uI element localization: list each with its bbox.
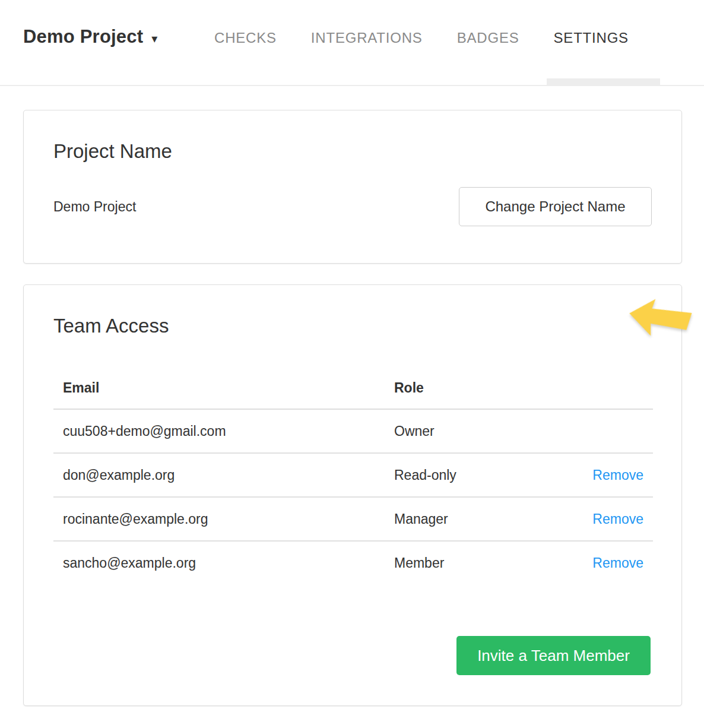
team-access-card: Team Access Email Role cuu508+demo@gmail… xyxy=(23,284,682,706)
remove-member-link[interactable]: Remove xyxy=(592,511,643,527)
invite-team-member-button[interactable]: Invite a Team Member xyxy=(456,636,651,675)
table-header-row: Email Role xyxy=(53,367,653,409)
project-name-value: Demo Project xyxy=(53,199,136,215)
tab-checks[interactable]: CHECKS xyxy=(214,30,277,46)
change-project-name-button[interactable]: Change Project Name xyxy=(459,187,652,226)
table-row: sancho@example.org Member Remove xyxy=(53,541,653,585)
member-role: Owner xyxy=(385,409,563,453)
project-name-row: Demo Project Change Project Name xyxy=(53,187,652,226)
project-name-card: Project Name Demo Project Change Project… xyxy=(23,110,682,264)
top-nav-bar: Demo Project ▾ CHECKS INTEGRATIONS BADGE… xyxy=(0,0,704,86)
tab-badges[interactable]: BADGES xyxy=(457,30,519,46)
member-email: don@example.org xyxy=(53,453,385,497)
table-row: don@example.org Read-only Remove xyxy=(53,453,653,497)
invite-row: Invite a Team Member xyxy=(456,636,651,675)
table-row: cuu508+demo@gmail.com Owner xyxy=(53,409,653,453)
tab-settings[interactable]: SETTINGS xyxy=(554,30,629,46)
role-column-header: Role xyxy=(385,367,563,409)
action-column-header xyxy=(563,367,653,409)
email-column-header: Email xyxy=(53,367,385,409)
settings-page: Project Name Demo Project Change Project… xyxy=(0,110,704,706)
member-role: Member xyxy=(385,541,563,585)
tab-integrations[interactable]: INTEGRATIONS xyxy=(311,30,423,46)
member-email: sancho@example.org xyxy=(53,541,385,585)
remove-member-link[interactable]: Remove xyxy=(592,467,643,483)
member-action-empty xyxy=(563,409,653,453)
member-role: Read-only xyxy=(385,453,563,497)
member-role: Manager xyxy=(385,497,563,541)
project-switcher-dropdown[interactable]: Demo Project ▾ xyxy=(23,26,157,48)
table-row: rocinante@example.org Manager Remove xyxy=(53,497,653,541)
team-members-table: Email Role cuu508+demo@gmail.com Owner d… xyxy=(53,367,653,585)
chevron-down-icon: ▾ xyxy=(151,29,157,45)
remove-member-link[interactable]: Remove xyxy=(592,555,643,571)
nav-tabs: CHECKS INTEGRATIONS BADGES SETTINGS xyxy=(214,30,629,46)
team-access-card-title: Team Access xyxy=(53,315,652,337)
project-title: Demo Project xyxy=(23,26,143,48)
member-email: rocinante@example.org xyxy=(53,497,385,541)
active-tab-indicator xyxy=(547,78,660,85)
project-name-card-title: Project Name xyxy=(53,140,652,163)
member-email: cuu508+demo@gmail.com xyxy=(53,409,385,453)
